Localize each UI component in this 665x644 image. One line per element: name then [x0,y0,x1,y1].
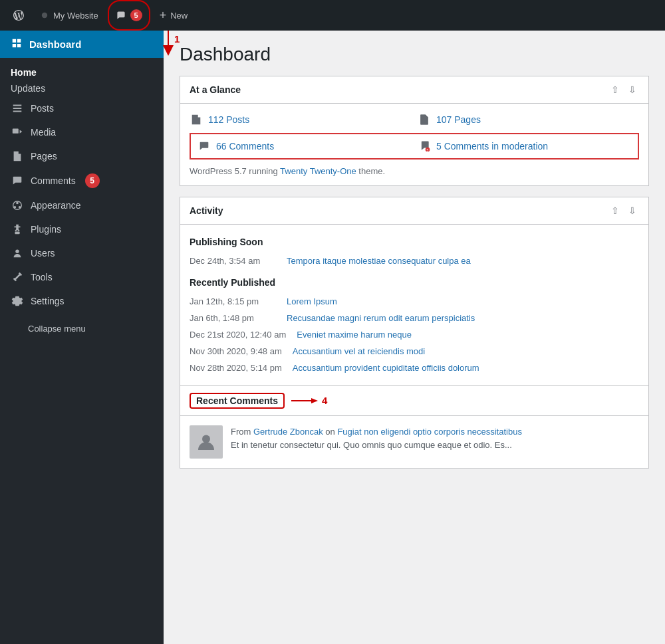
sidebar-item-plugins[interactable]: Plugins [0,217,164,241]
plus-icon: + [160,9,167,21]
activity-controls: ⇧ ⇩ [608,204,639,217]
svg-rect-1 [13,129,19,134]
new-button-label: New [170,11,188,21]
new-content-button[interactable]: + New [153,0,195,31]
sidebar-home-label: Home [0,58,164,80]
sidebar-dashboard-label: Dashboard [29,39,81,50]
recent-comments-body: From Gertrude Zboncak on Fugiat non elig… [180,416,648,468]
appearance-icon [11,199,24,212]
comment-author-link[interactable]: Gertrude Zboncak [253,427,323,437]
sidebar-item-posts[interactable]: Posts [0,96,164,120]
comments-count-link[interactable]: 66 Comments [216,141,274,152]
activity-title: Activity [190,205,223,216]
sidebar-item-settings[interactable]: Settings [0,289,164,313]
posts-count-link[interactable]: 112 Posts [208,114,249,125]
activity-date-6: Nov 28th 2020, 5:14 pm [190,363,282,373]
sidebar-posts-label: Posts [31,103,54,114]
comment-item: From Gertrude Zboncak on Fugiat non elig… [190,425,639,459]
sidebar-plugins-label: Plugins [31,224,61,235]
posts-icon [11,102,24,115]
sidebar-item-appearance[interactable]: Appearance [0,193,164,217]
version-prefix: WordPress 5.7 running [190,166,280,176]
activity-link-1[interactable]: Tempora itaque molestiae consequatur cul… [287,256,471,266]
sidebar-comments-badge: 5 [85,173,100,188]
collapse-icon [11,322,21,335]
sidebar-comments-label: Comments [31,175,76,186]
at-a-glance-title: At a Glance [190,84,241,95]
posts-glance-item: 112 Posts [190,113,411,126]
activity-link-4[interactable]: Eveniet maxime harum neque [297,330,412,340]
svg-point-6 [16,202,19,205]
activity-link-3[interactable]: Recusandae magni rerum odit earum perspi… [287,313,475,323]
list-item: Nov 28th 2020, 5:14 pm Accusantium provi… [190,360,639,376]
comment-from-text: From [231,427,253,437]
annotation-4-arrow: 4 [291,393,344,409]
sidebar: Dashboard Home Updates Posts Media Page [0,31,164,644]
sidebar-item-media[interactable]: Media [0,120,164,144]
wp-logo-button[interactable] [7,0,31,31]
collapse-menu-button[interactable]: Collapse menu [0,313,164,344]
posts-glance-icon [190,113,203,126]
publishing-soon-title: Publishing Soon [190,237,639,247]
comment-on-text: on [323,427,338,437]
comments-highlight-row: 66 Comments 5 5 Comments in moderation [190,133,639,160]
at-a-glance-body: 112 Posts 107 Pages 66 [180,104,648,185]
site-name-button[interactable]: My Website [33,0,105,31]
pages-count-link[interactable]: 107 Pages [436,114,481,125]
list-item: Dec 24th, 3:54 am Tempora itaque molesti… [190,253,639,269]
theme-link[interactable]: Twenty Twenty-One [280,166,356,176]
comment-avatar [190,425,223,459]
svg-rect-9 [15,232,19,235]
sidebar-settings-label: Settings [31,296,65,306]
sidebar-item-tools[interactable]: Tools [0,265,164,289]
sidebar-item-pages[interactable]: Pages [0,144,164,168]
sidebar-tools-label: Tools [31,272,53,282]
comments-button[interactable]: 5 [108,0,150,31]
svg-text:4: 4 [322,395,328,406]
recent-comments-section: Recent Comments 4 From Gertrude [180,385,648,468]
activity-body: Publishing Soon Dec 24th, 3:54 am Tempor… [180,225,648,385]
sidebar-users-label: Users [31,248,55,259]
main-layout: Dashboard Home Updates Posts Media Page [0,31,665,644]
sidebar-item-updates[interactable]: Updates [0,80,164,96]
tools-icon [11,270,24,284]
page-title: Dashboard [180,44,649,65]
plugins-icon [11,223,24,236]
main-content: Dashboard At a Glance ⇧ ⇩ 112 Posts [164,31,665,644]
activity-link-6[interactable]: Accusantium provident cupiditate officii… [293,363,479,373]
settings-icon [11,294,24,308]
at-a-glance-controls: ⇧ ⇩ [608,83,639,96]
comments-count-badge: 5 [130,9,142,21]
comments-glance-icon [198,140,211,153]
recently-published-title: Recently Published [190,277,639,288]
media-icon [11,126,24,139]
pages-glance-item: 107 Pages [418,113,639,126]
comment-post-link[interactable]: Fugiat non eligendi optio corporis neces… [337,427,522,437]
svg-point-16 [202,435,210,443]
activity-collapse-down-button[interactable]: ⇩ [626,204,639,217]
pages-icon [11,150,24,163]
svg-point-7 [19,206,21,209]
glance-grid-top: 112 Posts 107 Pages [190,113,639,126]
collapse-down-button[interactable]: ⇩ [626,83,639,96]
collapse-up-button[interactable]: ⇧ [608,83,622,96]
glance-version-text: WordPress 5.7 running Twenty Twenty-One … [190,166,639,176]
sidebar-updates-label: Updates [11,83,45,94]
activity-date-5: Nov 30th 2020, 9:48 am [190,346,282,356]
sidebar-item-dashboard[interactable]: Dashboard [0,31,164,58]
moderation-glance-item: 5 5 Comments in moderation [418,140,631,153]
sidebar-item-comments[interactable]: Comments 5 2 [0,168,164,193]
activity-collapse-up-button[interactable]: ⇧ [608,204,622,217]
sidebar-item-users[interactable]: Users [0,241,164,265]
moderation-glance-icon: 5 [418,140,431,153]
activity-link-5[interactable]: Accusantium vel at reiciendis modi [293,346,425,356]
activity-widget: Activity ⇧ ⇩ Publishing Soon Dec 24th, 3… [180,197,649,469]
moderation-count-link[interactable]: 5 Comments in moderation [436,141,548,152]
comment-content: From Gertrude Zboncak on Fugiat non elig… [231,425,522,451]
list-item: Jan 6th, 1:48 pm Recusandae magni rerum … [190,310,639,326]
activity-date-2: Jan 12th, 8:15 pm [190,296,276,306]
recent-comments-title: Recent Comments [190,393,285,409]
comments-glance-item: 66 Comments [198,140,411,153]
activity-link-2[interactable]: Lorem Ipsum [287,296,337,306]
sidebar-pages-label: Pages [31,151,57,161]
